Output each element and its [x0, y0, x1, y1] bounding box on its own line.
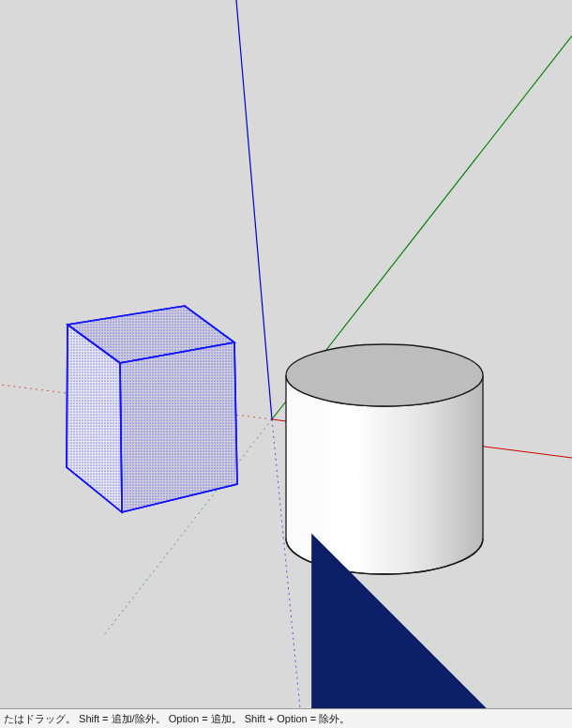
model-viewport[interactable] — [0, 0, 572, 708]
status-bar: たはドラッグ。 Shift = 追加/除外。 Option = 追加。 Shif… — [0, 708, 572, 728]
svg-marker-13 — [120, 342, 237, 512]
status-hint-text: たはドラッグ。 Shift = 追加/除外。 Option = 追加。 Shif… — [4, 713, 350, 724]
svg-point-11 — [286, 344, 483, 406]
cube-object[interactable] — [67, 306, 237, 512]
cylinder-object[interactable] — [286, 344, 483, 574]
